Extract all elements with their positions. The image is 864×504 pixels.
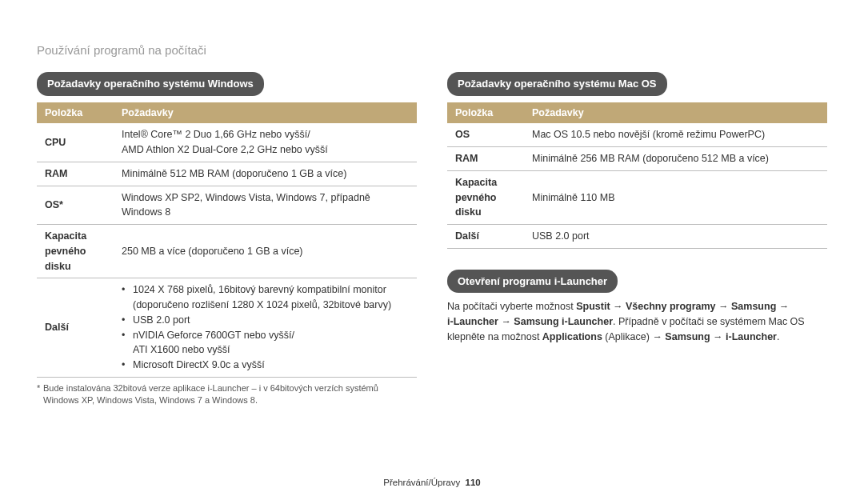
main-content: Požadavky operačního systému Windows Pol… bbox=[37, 72, 827, 407]
cell-value: Minimálně 512 MB RAM (doporučeno 1 GB a … bbox=[114, 162, 417, 186]
windows-req-table: Položka Požadavky CPU Intel® Core™ 2 Duo… bbox=[37, 102, 417, 378]
table-header: Požadavky bbox=[524, 102, 827, 124]
cell-key: OS bbox=[447, 123, 524, 146]
list-item: Microsoft DirectX 9.0c a vyšší bbox=[122, 358, 409, 373]
cell-value: 1024 X 768 pixelů, 16bitový barevný komp… bbox=[114, 278, 417, 378]
cell-value: Mac OS 10.5 nebo novější (kromě režimu P… bbox=[524, 123, 827, 146]
launcher-section: Otevření programu i-Launcher Na počítači… bbox=[447, 270, 827, 345]
table-row: Další USB 2.0 port bbox=[447, 225, 827, 249]
mac-req-table: Položka Požadavky OS Mac OS 10.5 nebo no… bbox=[447, 102, 827, 249]
table-row: Kapacita pevného disku 250 MB a více (do… bbox=[37, 225, 417, 278]
arrow-icon: → bbox=[652, 331, 665, 342]
page-header: Používání programů na počítači bbox=[37, 42, 206, 60]
cell-value: Minimálně 256 MB RAM (doporučeno 512 MB … bbox=[524, 147, 827, 171]
launcher-badge: Otevření programu i-Launcher bbox=[447, 270, 618, 294]
footnote: Bude instalována 32bitová verze aplikace… bbox=[37, 382, 417, 407]
list-item: nVIDIA Geforce 7600GT nebo vyšší/ ATI X1… bbox=[122, 328, 409, 358]
table-row: OS Mac OS 10.5 nebo novější (kromě režim… bbox=[447, 123, 827, 146]
cell-key: CPU bbox=[37, 123, 114, 162]
table-header: Položka bbox=[447, 102, 524, 124]
left-column: Požadavky operačního systému Windows Pol… bbox=[37, 72, 417, 407]
table-row: Kapacita pevného disku Minimálně 110 MB bbox=[447, 170, 827, 224]
table-row: CPU Intel® Core™ 2 Duo 1,66 GHz nebo vyš… bbox=[37, 123, 417, 162]
arrow-icon: → bbox=[716, 301, 731, 312]
arrow-icon: → bbox=[710, 331, 726, 342]
cell-key: Další bbox=[447, 225, 524, 249]
list-item: 1024 X 768 pixelů, 16bitový barevný komp… bbox=[122, 282, 409, 313]
table-row: RAM Minimálně 512 MB RAM (doporučeno 1 G… bbox=[37, 162, 417, 186]
page-header-title: Používání programů na počítači bbox=[37, 43, 206, 57]
mac-section: Požadavky operačního systému Mac OS Polo… bbox=[447, 72, 827, 249]
mac-req-badge: Požadavky operačního systému Mac OS bbox=[447, 72, 667, 96]
launcher-text: Na počítači vyberte možnost Spustit → Vš… bbox=[447, 299, 827, 344]
table-row: Další 1024 X 768 pixelů, 16bitový barevn… bbox=[37, 278, 417, 378]
table-header: Položka bbox=[37, 102, 114, 124]
cell-value: 250 MB a více (doporučeno 1 GB a více) bbox=[114, 225, 417, 278]
cell-key: RAM bbox=[37, 162, 114, 186]
windows-req-badge: Požadavky operačního systému Windows bbox=[37, 72, 264, 96]
table-row: RAM Minimálně 256 MB RAM (doporučeno 512… bbox=[447, 147, 827, 171]
table-row: OS* Windows XP SP2, Windows Vista, Windo… bbox=[37, 186, 417, 225]
cell-value: Minimálně 110 MB bbox=[524, 170, 827, 224]
cell-key: Další bbox=[37, 278, 114, 378]
cell-key: RAM bbox=[447, 147, 524, 171]
cell-value: Windows XP SP2, Windows Vista, Windows 7… bbox=[114, 186, 417, 225]
cell-key: OS* bbox=[37, 186, 114, 225]
arrow-icon: → bbox=[776, 301, 789, 312]
arrow-icon: → bbox=[610, 301, 626, 312]
right-column: Požadavky operačního systému Mac OS Polo… bbox=[447, 72, 827, 407]
cell-key: Kapacita pevného disku bbox=[447, 170, 524, 224]
arrow-icon: → bbox=[498, 316, 514, 327]
cell-value: USB 2.0 port bbox=[524, 225, 827, 249]
cell-key: Kapacita pevného disku bbox=[37, 225, 114, 278]
page-number: 110 bbox=[466, 478, 481, 487]
footer-section: Přehrávání/Úpravy bbox=[383, 478, 460, 487]
list-item: USB 2.0 port bbox=[122, 313, 409, 328]
page-footer: Přehrávání/Úpravy 110 bbox=[0, 476, 864, 490]
table-header: Požadavky bbox=[114, 102, 417, 124]
cell-value: Intel® Core™ 2 Duo 1,66 GHz nebo vyšší/ … bbox=[114, 123, 417, 162]
